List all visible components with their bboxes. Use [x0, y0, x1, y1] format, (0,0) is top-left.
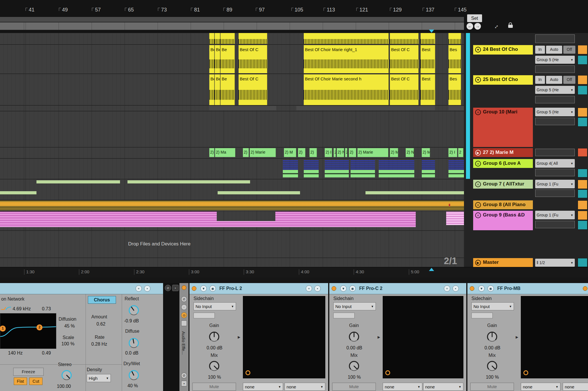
diffuse-knob[interactable] [126, 336, 141, 351]
audio-clip[interactable]: Be [209, 45, 214, 55]
save-icon[interactable]: ▪ [181, 381, 187, 386]
monitor-in-button[interactable]: In [535, 76, 545, 84]
master-output-selector[interactable]: ‖ 1/2▼ [535, 259, 575, 267]
midi-clip[interactable]: 2) M [390, 148, 398, 157]
audio-clip[interactable]: Be [220, 45, 235, 55]
eq-node-2[interactable]: 2 [36, 324, 42, 330]
track-color-chip[interactable] [578, 211, 587, 220]
midi-clip[interactable]: 2 [334, 148, 336, 157]
loop-brace-area[interactable] [0, 17, 464, 22]
midi-clip[interactable]: 2) M [284, 148, 296, 157]
freeze-button[interactable]: Freeze [13, 368, 44, 376]
group-clip-bar[interactable] [0, 191, 36, 194]
mix-value[interactable]: 100 % [204, 375, 225, 380]
hot-swap-icon[interactable]: + [444, 285, 450, 292]
midi-clip[interactable]: 2) I [325, 148, 332, 157]
group-clip-bar[interactable] [448, 170, 464, 177]
track-selection-strip[interactable] [466, 33, 470, 179]
track-header-27[interactable]: ▶ 27 2) Marie M [473, 148, 533, 157]
low-q-value[interactable]: 0.49 [42, 351, 51, 356]
eq-node-1[interactable]: 1 [0, 326, 6, 332]
midi-clip[interactable]: 2) [349, 148, 356, 157]
device-on-icon[interactable] [470, 286, 474, 291]
play-icon[interactable]: ▶ [475, 260, 481, 266]
sidechain-value-box[interactable] [194, 313, 215, 318]
unfold-icon[interactable]: ▼ [475, 47, 481, 53]
device-title-bar[interactable]: ▼ ◉ FF Pro-C 2 + ▪ [329, 283, 466, 294]
unfold-icon[interactable]: ▼ [475, 77, 481, 83]
gain-value[interactable]: 0.00 dB [482, 345, 502, 351]
drywet-value[interactable]: 40 % [127, 383, 138, 388]
sidechain-input-selector[interactable]: No Input▼ [194, 302, 236, 310]
midi-clip[interactable]: 2) [310, 148, 317, 157]
group-clips-bass[interactable] [0, 212, 217, 227]
device-ff-pro-c2[interactable]: ▼ ◉ FF Pro-C 2 + ▪ Sidechain No Input▼ G… [329, 283, 466, 391]
group-clip-bar[interactable] [365, 191, 464, 194]
beat-time-ruler[interactable]: 41 49 57 65 73 81 89 97 105 113 121 129 … [0, 0, 588, 33]
group-header-8[interactable]: ≡ Group 8 (All Piano [473, 200, 533, 209]
cut-button[interactable]: Cut [29, 378, 42, 385]
audio-clip[interactable]: Best Of Choir Marie second h [304, 74, 389, 84]
audio-effect-rack[interactable]: ⊘ ◦ ◎ Audio Effe... ⊘ ▪ [179, 283, 189, 391]
scrub-area[interactable] [0, 22, 464, 30]
output-routing-selector[interactable]: Group 5 (He▼ [535, 108, 575, 116]
param-route-selector[interactable]: none [563, 383, 588, 391]
group-clips-bass[interactable] [446, 212, 464, 225]
audio-clip-partial[interactable] [215, 33, 220, 44]
group-header-7[interactable]: ≡ Group 7 ( AllTxtur [473, 180, 533, 189]
audio-clip[interactable]: Be [215, 74, 220, 84]
next-device-on-icon[interactable] [583, 286, 587, 291]
master-track-header[interactable]: ▶ Master [473, 258, 533, 267]
midi-clip[interactable]: 2) N [337, 148, 344, 157]
group-clips-piano[interactable] [0, 200, 464, 210]
group-clip-bar[interactable] [127, 180, 250, 183]
midi-clip[interactable]: 2) Marie [357, 148, 388, 157]
audio-clip[interactable]: Best Of C [239, 45, 267, 55]
midi-clip[interactable]: 2) I [448, 148, 457, 157]
group-fold-icon[interactable]: ≡ [475, 212, 481, 218]
mute-button[interactable]: Mute [192, 383, 236, 391]
track-color-chip[interactable] [578, 220, 587, 230]
audio-clip[interactable]: Be [220, 74, 235, 84]
expand-icon[interactable]: ↔ [491, 22, 500, 31]
audio-clip-partial[interactable] [209, 33, 214, 44]
track-color-chip[interactable] [578, 189, 587, 198]
device-collapse-icon[interactable]: ⊘ [165, 285, 171, 291]
midi-clip[interactable]: 2) [298, 148, 305, 157]
group-fold-icon[interactable]: ≡ [475, 109, 481, 115]
eq-q-value[interactable]: 0.73 [42, 306, 51, 311]
group-clip-bar[interactable] [351, 170, 375, 177]
save-preset-icon[interactable]: ▪ [314, 285, 321, 292]
mix-value[interactable]: 100 % [344, 375, 364, 380]
gain-value[interactable]: 0.00 dB [344, 345, 364, 351]
output-routing-selector[interactable]: Group 4( All▼ [535, 159, 575, 168]
monitor-auto-button[interactable]: Auto [546, 76, 562, 84]
midi-clip[interactable]: 2) Ma [215, 148, 235, 157]
scale-value[interactable]: 100 % [61, 341, 74, 347]
save-preset-icon[interactable]: ▪ [172, 285, 179, 291]
track-color-chip[interactable] [578, 117, 587, 127]
mix-knob[interactable] [485, 359, 500, 373]
group-clip-bar[interactable] [304, 170, 319, 177]
hot-swap-icon[interactable]: + [306, 285, 312, 292]
audio-clip-partial[interactable] [421, 33, 435, 44]
density-selector[interactable]: High▼ [87, 374, 111, 382]
track-color-chip[interactable] [578, 55, 587, 65]
mode-selector[interactable]: Chorus [88, 296, 116, 304]
plugin-display[interactable] [383, 296, 463, 378]
monitor-auto-button[interactable]: Auto [546, 46, 562, 54]
low-freq-value[interactable]: 140 Hz [8, 351, 23, 356]
mute-button[interactable]: Mute [332, 383, 376, 391]
group-clip-bar[interactable] [218, 191, 300, 194]
audio-clip[interactable]: Best Of Choir Marie right_1 [304, 45, 389, 55]
chain-list-icon[interactable] [181, 320, 187, 326]
plugin-display[interactable] [243, 296, 325, 378]
param-route-selector[interactable]: none▼ [383, 383, 422, 391]
audio-clip[interactable]: Be [215, 45, 220, 55]
drywet-knob[interactable] [126, 368, 141, 383]
expand-arrow-icon[interactable]: ▸ [238, 334, 240, 340]
group-clip-bar[interactable] [325, 170, 349, 177]
save-preset-icon[interactable]: ▪ [452, 285, 459, 292]
gain-knob[interactable] [207, 329, 222, 344]
midi-clip[interactable]: 2) N [406, 148, 414, 157]
